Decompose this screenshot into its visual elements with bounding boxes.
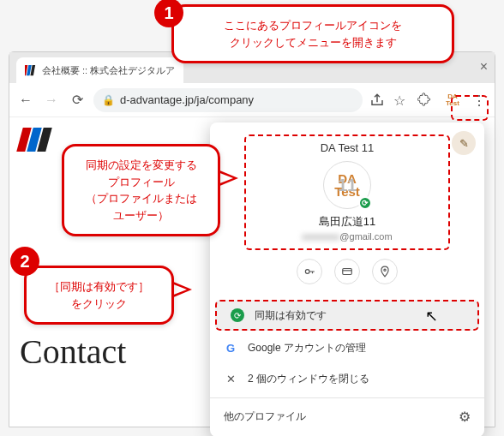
avatar-overlay-num: 11 — [338, 176, 357, 194]
callout-tail — [218, 170, 238, 187]
profile-menu: ✎ DA Test 11 DATest 11 ⟳ 島田広道11 xxxxxxxx… — [210, 122, 484, 436]
address-bar: ← → ⟳ 🔒 d-advantage.jp/ja/company ☆ DATe… — [9, 83, 495, 117]
other-profiles-row: 他のプロファイル ⚙ — [210, 402, 484, 432]
svg-rect-4 — [343, 269, 352, 275]
payments-button[interactable] — [334, 259, 360, 284]
browser-tab[interactable]: 会社概要 :: 株式会社デジタルア — [16, 57, 183, 83]
reload-button[interactable]: ⟳ — [68, 91, 87, 110]
lock-icon: 🔒 — [102, 94, 115, 106]
manage-account-row[interactable]: G Google アカウントの管理 — [210, 332, 484, 363]
close-x-icon: ✕ — [224, 372, 237, 385]
tab-title: 会社概要 :: 株式会社デジタルア — [42, 64, 175, 77]
profile-name: DA Test 11 — [249, 141, 445, 154]
extensions-icon[interactable] — [417, 93, 433, 108]
step-badge-2: 2 — [10, 247, 39, 276]
kebab-menu-icon[interactable]: ⋮ — [472, 93, 488, 108]
profile-button[interactable]: DATest — [441, 91, 464, 110]
other-profiles-label: 他のプロファイル — [224, 409, 306, 424]
callout-profile-section: 同期の設定を変更するプロフィール（プロファイルまたはユーザー） — [62, 144, 220, 236]
bookmark-star-icon[interactable]: ☆ — [393, 93, 409, 108]
manage-account-label: Google アカウントの管理 — [248, 341, 366, 355]
gear-icon[interactable]: ⚙ — [459, 409, 471, 425]
email-domain: @gmail.com — [339, 231, 392, 242]
profile-username: 島田広道11 — [249, 214, 445, 230]
profile-menu-header: ✎ DA Test 11 DATest 11 ⟳ 島田広道11 xxxxxxxx… — [210, 122, 484, 298]
cursor-icon: ↖ — [425, 307, 438, 326]
edit-profile-button[interactable]: ✎ — [452, 131, 476, 155]
favicon-icon — [25, 64, 37, 76]
google-g-icon: G — [224, 341, 237, 355]
close-windows-label: 2 個のウィンドウを閉じる — [248, 372, 369, 386]
addresses-button[interactable] — [372, 259, 398, 284]
url-text: d-advantage.jp/ja/company — [120, 93, 254, 106]
callout-tail — [171, 281, 192, 298]
browser-window: 会社概要 :: 株式会社デジタルア × ← → ⟳ 🔒 d-advantage.… — [9, 51, 495, 427]
svg-point-3 — [305, 270, 309, 274]
share-icon[interactable] — [369, 93, 385, 108]
svg-point-5 — [384, 269, 386, 271]
forward-button[interactable]: → — [42, 91, 61, 110]
sync-status-row[interactable]: ⟳ 同期は有効です ↖ — [215, 300, 479, 331]
email-local-blurred: xxxxxxxx — [302, 231, 339, 242]
back-button[interactable]: ← — [16, 91, 35, 110]
callout-profile-icon: ここにあるプロフィールアイコンをクリックしてメニューを開きます — [171, 4, 454, 63]
profile-info-highlight: DA Test 11 DATest 11 ⟳ 島田広道11 xxxxxxxx@g… — [244, 134, 450, 250]
url-input[interactable]: 🔒 d-advantage.jp/ja/company — [93, 88, 363, 112]
close-windows-row[interactable]: ✕ 2 個のウィンドウを閉じる — [210, 363, 484, 394]
sync-badge-icon: ⟳ — [358, 196, 372, 210]
callout-sync-row: ［同期は有効です］をクリック — [24, 266, 174, 325]
menu-separator — [210, 397, 484, 398]
window-close-icon[interactable]: × — [480, 59, 488, 75]
profile-quick-actions — [219, 259, 476, 284]
passwords-button[interactable] — [297, 259, 322, 284]
sync-status-label: 同期は有効です — [255, 308, 327, 323]
profile-chip-label: DATest — [446, 93, 459, 107]
sync-ok-icon: ⟳ — [231, 308, 244, 322]
profile-email: xxxxxxxx@gmail.com — [249, 231, 445, 242]
profile-avatar: DATest 11 ⟳ — [323, 161, 371, 209]
